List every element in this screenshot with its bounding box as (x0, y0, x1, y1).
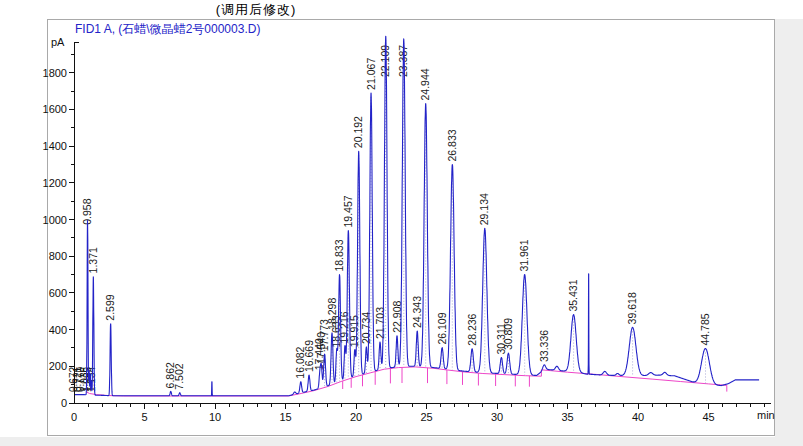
y-tick-label: 1400 (43, 140, 67, 152)
peak-label: 44.785 (699, 313, 711, 345)
x-tick-label: 30 (491, 411, 503, 423)
chromatogram-plot: 0.6720.7210.7701.0361.0851.1340.9581.371… (0, 0, 803, 446)
x-axis-unit-label: min (757, 409, 775, 421)
y-tick-label: 200 (49, 360, 67, 372)
peak-label: 39.618 (626, 292, 638, 324)
peak-label: 26.833 (446, 129, 458, 161)
y-tick-label: 600 (49, 287, 67, 299)
peak-label: 29.134 (478, 193, 490, 225)
page-title: (调用后修改) (156, 1, 356, 19)
peak-label: 19.457 (342, 195, 354, 227)
x-tick-label: 40 (632, 411, 644, 423)
peak-label: 30.809 (502, 318, 514, 350)
x-tick-label: 20 (350, 411, 362, 423)
peak-label: 20.192 (352, 116, 364, 148)
y-tick-label: 1000 (43, 214, 67, 226)
x-tick-label: 10 (209, 411, 221, 423)
peak-label: 18.833 (333, 239, 345, 271)
y-tick-label: 0 (61, 397, 67, 409)
peak-label: 33.336 (538, 330, 550, 362)
trace-path (74, 36, 759, 396)
peak-label: 31.961 (518, 239, 530, 271)
x-tick-label: 0 (71, 411, 77, 423)
y-tick-label: 1600 (43, 103, 67, 115)
peak-label: 7.502 (173, 363, 185, 389)
x-tick-label: 15 (279, 411, 291, 423)
x-tick-label: 25 (420, 411, 432, 423)
peak-label: 20.734 (360, 312, 372, 344)
peak-label: 21.067 (365, 58, 377, 90)
x-tick-label: 45 (702, 411, 714, 423)
trace-header: FID1 A, (石蜡\微晶蜡2号000003.D) (75, 21, 260, 38)
peak-label: 26.109 (436, 312, 448, 344)
y-axis-unit-label: pA (51, 36, 64, 48)
x-tick-label: 35 (561, 411, 573, 423)
y-tick-label: 800 (49, 250, 67, 262)
peak-label: 35.431 (567, 279, 579, 311)
y-tick-label: 1200 (43, 177, 67, 189)
x-tick-label: 5 (141, 411, 147, 423)
y-tick-label: 400 (49, 324, 67, 336)
peak-label: 24.944 (419, 68, 431, 100)
peak-label: 28.236 (466, 313, 478, 345)
y-tick-label: 1800 (43, 67, 67, 79)
peak-label: 1.371 (87, 247, 99, 273)
peak-label: 2.599 (104, 294, 116, 320)
peak-label: 24.343 (411, 296, 423, 328)
